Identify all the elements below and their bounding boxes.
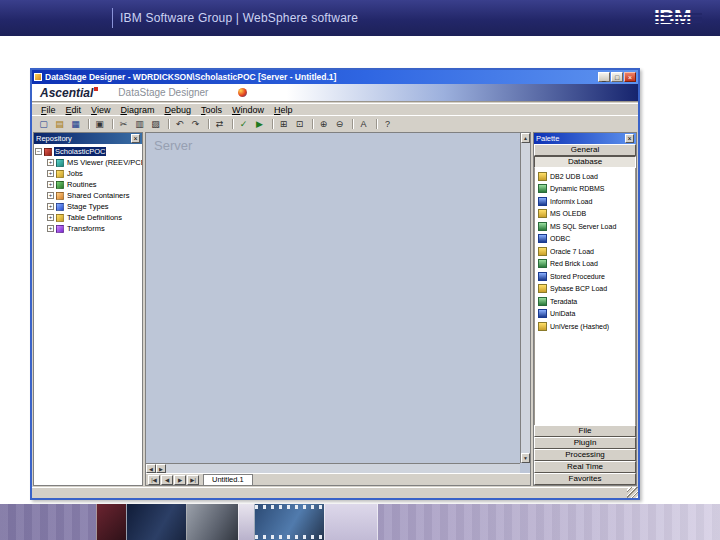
stage-label: Oracle 7 Load — [550, 248, 594, 255]
help-icon[interactable]: ? — [380, 117, 395, 131]
scroll-up-icon[interactable] — [521, 133, 530, 143]
ibm-logo-stripe — [653, 17, 702, 19]
footer-photo-collage — [96, 504, 378, 540]
expand-icon[interactable] — [47, 225, 54, 232]
expand-icon[interactable] — [47, 170, 54, 177]
repository-tree-item[interactable]: Shared Containers — [35, 190, 141, 201]
palette-stage-item[interactable]: MS OLEDB — [535, 208, 635, 221]
window-title: DataStage Designer - WDRDICKSON\Scholast… — [45, 72, 597, 82]
copy-icon[interactable]: ▥ — [132, 117, 147, 131]
palette-stage-item[interactable]: Stored Procedure — [535, 270, 635, 283]
repository-tree-item[interactable]: MS Viewer (REEV/PCB2) — [35, 157, 141, 168]
stage-icon — [538, 184, 547, 193]
stage-label: Red Brick Load — [550, 260, 598, 267]
palette-category-button[interactable]: PlugIn — [534, 437, 636, 449]
undo-icon[interactable]: ↶ — [172, 117, 187, 131]
window-titlebar[interactable]: DataStage Designer - WDRDICKSON\Scholast… — [32, 70, 638, 84]
repository-tree-item[interactable]: ScholasticPOC — [35, 146, 141, 157]
horizontal-scrollbar[interactable] — [146, 463, 520, 473]
palette-stage-item[interactable]: ODBC — [535, 233, 635, 246]
scroll-track[interactable] — [166, 464, 520, 473]
palette-category-button[interactable]: General — [534, 144, 636, 156]
palette-stage-item[interactable]: MS SQL Server Load — [535, 220, 635, 233]
snap-to-grid-icon[interactable]: ⊡ — [292, 117, 307, 131]
palette-stage-item[interactable]: UniVerse (Hashed) — [535, 320, 635, 333]
palette-stage-item[interactable]: Oracle 7 Load — [535, 245, 635, 258]
redo-icon[interactable]: ↷ — [188, 117, 203, 131]
annotation-icon[interactable]: A — [356, 117, 371, 131]
menu-item[interactable]: Help — [269, 105, 298, 115]
palette-stage-item[interactable]: UniData — [535, 308, 635, 321]
tab-nav-button[interactable]: ▶| — [187, 475, 199, 485]
expand-icon[interactable] — [47, 181, 54, 188]
tab-nav-button[interactable]: |◀ — [148, 475, 160, 485]
palette-category-button[interactable]: File — [534, 425, 636, 437]
vertical-scrollbar[interactable] — [520, 133, 530, 463]
tab-nav-button[interactable]: ◀ — [161, 475, 173, 485]
palette-category-button[interactable]: Real Time — [534, 461, 636, 473]
canvas-tab-untitled[interactable]: Untitled.1 — [203, 474, 253, 485]
grid-icon[interactable]: ⊞ — [276, 117, 291, 131]
save-icon[interactable]: ▦ — [68, 117, 83, 131]
maximize-button[interactable]: □ — [611, 72, 623, 82]
link-marking-icon[interactable]: ⇄ — [212, 117, 227, 131]
print-icon[interactable]: ▣ — [92, 117, 107, 131]
repository-title: Repository — [36, 134, 72, 143]
expand-icon[interactable] — [47, 214, 54, 221]
menu-item[interactable]: Window — [227, 105, 269, 115]
menu-item[interactable]: View — [86, 105, 115, 115]
menu-item[interactable]: Tools — [196, 105, 227, 115]
product-name: DataStage Designer — [118, 87, 208, 98]
repository-tree-item[interactable]: Stage Types — [35, 201, 141, 212]
close-button[interactable]: × — [624, 72, 636, 82]
palette-bottom-categories: FilePlugInProcessingReal TimeFavorites — [534, 425, 636, 485]
stage-label: Teradata — [550, 298, 577, 305]
repository-tree-item[interactable]: Routines — [35, 179, 141, 190]
menu-item[interactable]: Edit — [61, 105, 87, 115]
repository-tree-item[interactable]: Table Definitions — [35, 212, 141, 223]
palette-stage-item[interactable]: Informix Load — [535, 195, 635, 208]
repository-close-icon[interactable] — [131, 134, 140, 143]
zoom-out-icon[interactable]: ⊖ — [332, 117, 347, 131]
new-job-icon[interactable]: ▢ — [36, 117, 51, 131]
brand-banner: Ascential DataStage Designer — [32, 84, 638, 102]
run-icon[interactable]: ▶ — [252, 117, 267, 131]
stage-icon — [538, 222, 547, 231]
tab-nav-button[interactable]: ▶ — [174, 475, 186, 485]
palette-category-button[interactable]: Database — [534, 156, 636, 168]
scroll-left-icon[interactable] — [146, 464, 156, 473]
palette-stage-item[interactable]: DB2 UDB Load — [535, 170, 635, 183]
expand-icon[interactable] — [47, 159, 54, 166]
palette-close-icon[interactable] — [625, 134, 634, 143]
palette-category-button[interactable]: Favorites — [534, 473, 636, 485]
job-canvas[interactable]: Server |◀◀▶▶| Untitled.1 — [145, 132, 531, 486]
slide: IBM Software Group | WebSphere software … — [0, 0, 720, 540]
repository-tree-item[interactable]: Jobs — [35, 168, 141, 179]
scroll-down-icon[interactable] — [521, 453, 530, 463]
palette-stage-item[interactable]: Teradata — [535, 295, 635, 308]
resize-grip[interactable] — [627, 487, 638, 498]
canvas-watermark: Server — [154, 138, 192, 153]
menu-item[interactable]: File — [36, 105, 61, 115]
zoom-in-icon[interactable]: ⊕ — [316, 117, 331, 131]
compile-icon[interactable]: ✓ — [236, 117, 251, 131]
paste-icon[interactable]: ▨ — [148, 117, 163, 131]
datastage-designer-window: DataStage Designer - WDRDICKSON\Scholast… — [30, 68, 640, 500]
palette-top-categories: GeneralDatabase — [534, 144, 636, 168]
palette-list: DB2 UDB Load Dynamic RDBMS Informix Load — [534, 168, 636, 425]
palette-category-button[interactable]: Processing — [534, 449, 636, 461]
expand-icon[interactable] — [47, 203, 54, 210]
palette-stage-item[interactable]: Red Brick Load — [535, 258, 635, 271]
cut-icon[interactable]: ✂ — [116, 117, 131, 131]
palette-stage-item[interactable]: Dynamic RDBMS — [535, 183, 635, 196]
menu-item[interactable]: Diagram — [115, 105, 159, 115]
stage-label: Sybase BCP Load — [550, 285, 607, 292]
menu-item[interactable]: Debug — [159, 105, 196, 115]
open-job-icon[interactable]: ▤ — [52, 117, 67, 131]
repository-tree-item[interactable]: Transforms — [35, 223, 141, 234]
minimize-button[interactable]: _ — [598, 72, 610, 82]
expand-icon[interactable] — [47, 192, 54, 199]
palette-stage-item[interactable]: Sybase BCP Load — [535, 283, 635, 296]
expand-icon[interactable] — [35, 148, 42, 155]
scroll-right-icon[interactable] — [156, 464, 166, 473]
